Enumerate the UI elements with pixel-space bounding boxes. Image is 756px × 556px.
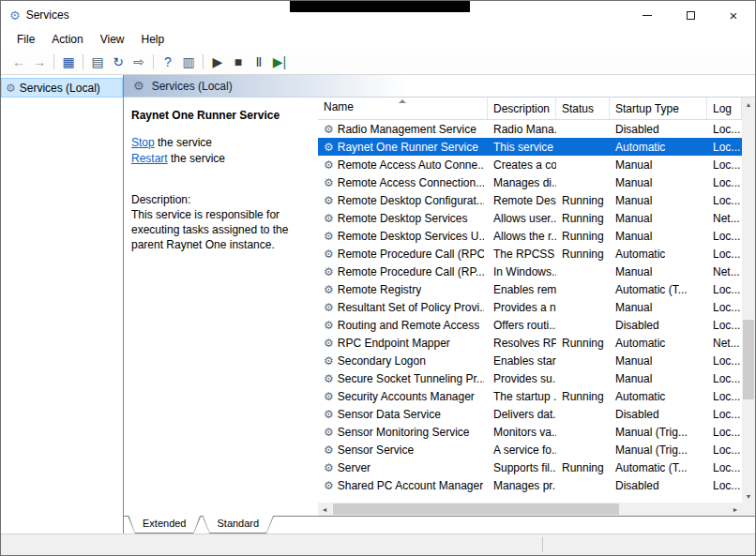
service-name: Sensor Service xyxy=(338,443,414,457)
menu-item-file[interactable]: File xyxy=(8,31,43,48)
table-row[interactable]: ⚙ Shared PC Account Manager Manages pr..… xyxy=(318,476,742,494)
service-gear-icon: ⚙ xyxy=(324,123,334,136)
stop-service-link[interactable]: Stop xyxy=(131,136,155,149)
column-header-name[interactable]: Name xyxy=(318,98,488,119)
vertical-scroll-thumb[interactable] xyxy=(743,320,754,399)
maximize-icon xyxy=(687,11,695,20)
service-gear-icon: ⚙ xyxy=(324,479,334,492)
scroll-up-icon[interactable]: ▲ xyxy=(742,98,755,111)
menu-item-view[interactable]: View xyxy=(92,31,133,48)
cell-log-on-as: Loc... xyxy=(707,158,742,172)
scroll-left-icon[interactable]: ◄ xyxy=(318,503,331,516)
start-service-icon[interactable]: ▶ xyxy=(207,52,228,72)
table-row[interactable]: ⚙ Secure Socket Tunneling Pr... Provides… xyxy=(318,369,742,387)
table-row[interactable]: ⚙ Sensor Service A service fo... Manual … xyxy=(318,441,742,458)
table-row[interactable]: ⚙ Remote Registry Enables rem... Automat… xyxy=(318,280,742,298)
table-row[interactable]: ⚙ Radio Management Service Radio Mana...… xyxy=(318,120,742,138)
tab-standard[interactable]: Standard xyxy=(202,516,274,533)
content-header: ⚙ Services (Local) xyxy=(124,75,755,98)
cell-log-on-as: Loc... xyxy=(707,408,742,421)
restart-service-suffix: the service xyxy=(168,152,225,165)
column-header-log_on_as[interactable]: Log xyxy=(707,98,742,119)
column-header-description[interactable]: Description xyxy=(488,98,556,119)
restart-service-icon[interactable]: ▶| xyxy=(269,52,290,72)
forward-icon[interactable]: → xyxy=(29,52,50,72)
service-name: Remote Desktop Configurat... xyxy=(338,194,484,207)
service-name: Raynet One Runner Service xyxy=(338,141,478,154)
table-row[interactable]: ⚙ Routing and Remote Access Offers routi… xyxy=(318,316,742,334)
table-row[interactable]: ⚙ Remote Desktop Services Allows user...… xyxy=(318,209,742,227)
table-row[interactable]: ⚙ Raynet One Runner Service This service… xyxy=(318,138,742,156)
close-button[interactable]: × xyxy=(712,1,755,29)
column-header-status[interactable]: Status xyxy=(556,98,610,119)
cell-startup-type: Manual xyxy=(610,176,707,189)
services-icon: ⚙ xyxy=(6,82,16,95)
table-row[interactable]: ⚙ RPC Endpoint Mapper Resolves RP... Run… xyxy=(318,334,742,352)
stop-service-icon[interactable]: ■ xyxy=(228,52,249,72)
horizontal-scroll-thumb[interactable] xyxy=(333,503,619,515)
service-gear-icon: ⚙ xyxy=(324,141,334,154)
table-row[interactable]: ⚙ Sensor Data Service Delivers dat... Di… xyxy=(318,405,742,423)
tab-extended[interactable]: Extended xyxy=(128,516,201,533)
scroll-right-icon[interactable]: ► xyxy=(729,503,742,516)
service-table-body: ⚙ Radio Management Service Radio Mana...… xyxy=(318,120,742,503)
cell-description: Monitors va... xyxy=(488,426,556,439)
service-gear-icon: ⚙ xyxy=(324,319,334,332)
table-row[interactable]: ⚙ Remote Access Auto Conne... Creates a … xyxy=(318,156,742,173)
table-header: NameDescriptionStatusStartup TypeLog xyxy=(318,98,742,120)
table-row[interactable]: ⚙ Remote Access Connection... Manages di… xyxy=(318,173,742,191)
cell-description: Provides su... xyxy=(488,372,556,385)
cell-name: ⚙ Secondary Logon xyxy=(318,354,488,368)
table-row[interactable]: ⚙ Remote Procedure Call (RPC) The RPCSS … xyxy=(318,245,742,263)
tree-item-services-local[interactable]: ⚙ Services (Local) xyxy=(2,79,122,97)
pause-service-icon[interactable]: Ⅱ xyxy=(249,52,269,72)
cell-startup-type: Disabled xyxy=(610,479,707,492)
column-header-startup_type[interactable]: Startup Type xyxy=(610,98,707,119)
help-icon[interactable]: ? xyxy=(158,52,178,72)
cell-log-on-as: Loc... xyxy=(707,443,742,457)
maximize-button[interactable] xyxy=(669,1,712,29)
extended-view-icon[interactable]: ▥ xyxy=(178,52,199,72)
back-icon[interactable]: ← xyxy=(8,52,29,72)
stop-service-line: Stop the service xyxy=(131,135,309,151)
service-gear-icon: ⚙ xyxy=(324,337,334,350)
service-gear-icon: ⚙ xyxy=(324,390,334,403)
cell-log-on-as: Loc... xyxy=(707,248,742,261)
scroll-down-icon[interactable]: ▼ xyxy=(742,489,755,503)
vertical-scrollbar[interactable]: ▲ ▼ xyxy=(742,98,755,503)
table-row[interactable]: ⚙ Remote Desktop Services U... Allows th… xyxy=(318,227,742,245)
service-gear-icon: ⚙ xyxy=(324,194,334,207)
table-row[interactable]: ⚙ Remote Procedure Call (RP... In Window… xyxy=(318,263,742,280)
toolbar-separator xyxy=(53,54,54,69)
cell-description: This service ... xyxy=(488,141,556,154)
tab-label: Extended xyxy=(128,516,201,532)
cell-log-on-as: Loc... xyxy=(707,354,742,368)
horizontal-scrollbar[interactable]: ◄ ► xyxy=(318,503,742,516)
cell-log-on-as: Loc... xyxy=(707,426,742,439)
restart-service-link[interactable]: Restart xyxy=(131,152,168,165)
cell-log-on-as: Loc... xyxy=(707,230,742,243)
column-header-label: Name xyxy=(324,100,354,113)
main-area: ⚙ Services (Local) ⚙ Services (Local) Ra… xyxy=(1,75,755,533)
table-row[interactable]: ⚙ Security Accounts Manager The startup … xyxy=(318,387,742,405)
cell-log-on-as: Loc... xyxy=(707,479,742,492)
service-name: Remote Access Auto Conne... xyxy=(338,158,484,172)
table-row[interactable]: ⚙ Sensor Monitoring Service Monitors va.… xyxy=(318,423,742,441)
export-list-icon[interactable]: ⇨ xyxy=(129,52,149,72)
menu-item-help[interactable]: Help xyxy=(133,31,174,48)
table-row[interactable]: ⚙ Secondary Logon Enables star... Manual… xyxy=(318,352,742,369)
service-gear-icon: ⚙ xyxy=(324,248,334,261)
menu-item-action[interactable]: Action xyxy=(43,31,91,48)
minimize-button[interactable] xyxy=(626,1,669,29)
show-console-tree-icon[interactable]: ▦ xyxy=(58,52,79,72)
refresh-icon[interactable]: ↻ xyxy=(108,52,129,72)
table-row[interactable]: ⚙ Server Supports fil... Running Automat… xyxy=(318,458,742,476)
properties-icon[interactable]: ▤ xyxy=(87,52,108,72)
table-row[interactable]: ⚙ Remote Desktop Configurat... Remote De… xyxy=(318,191,742,209)
cell-name: ⚙ Secure Socket Tunneling Pr... xyxy=(318,372,488,385)
cell-description: In Windows... xyxy=(488,265,556,278)
horizontal-scroll-track[interactable] xyxy=(331,503,729,516)
title-bar[interactable]: ⚙ Services × xyxy=(1,1,755,29)
cell-name: ⚙ Remote Access Auto Conne... xyxy=(318,158,488,172)
table-row[interactable]: ⚙ Resultant Set of Policy Provi... Provi… xyxy=(318,298,742,316)
